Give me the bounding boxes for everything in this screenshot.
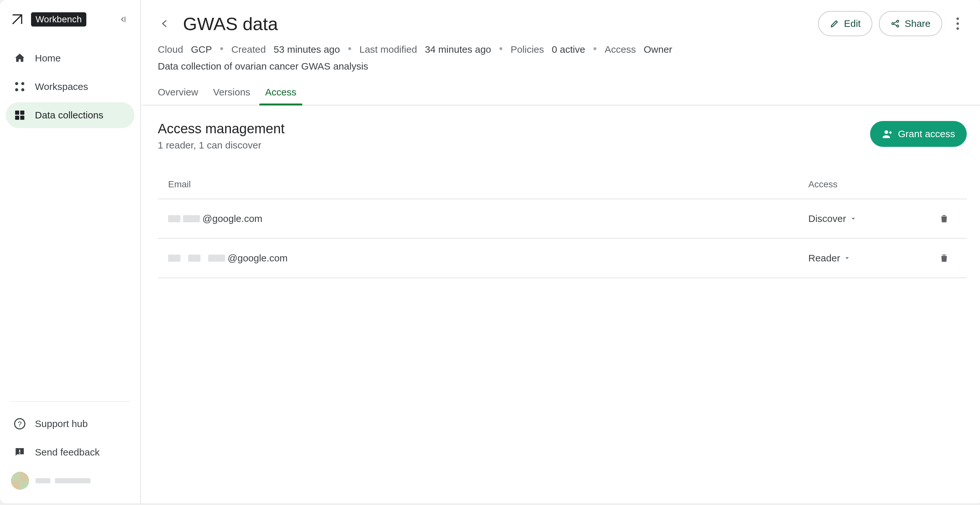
user-name-redacted — [35, 478, 91, 483]
sidebar-header: Workbench — [0, 0, 140, 39]
meta-policies-val: 0 active — [552, 44, 585, 55]
sidebar-item-label: Workspaces — [35, 81, 88, 92]
share-label: Share — [905, 18, 931, 29]
title-actions: Edit Share — [818, 11, 967, 36]
access-select[interactable]: Reader — [808, 253, 925, 264]
chevron-down-icon — [844, 255, 850, 261]
access-value: Reader — [808, 253, 840, 264]
email-cell: @google.com — [168, 213, 808, 224]
svg-point-3 — [21, 88, 25, 92]
back-button[interactable] — [156, 14, 174, 33]
access-value: Discover — [808, 213, 846, 224]
email-cell: @google.com — [168, 253, 808, 264]
col-access: Access — [808, 179, 925, 190]
meta-access-label: Access — [605, 44, 636, 55]
collapse-sidebar-button[interactable] — [113, 10, 132, 29]
delete-row-button[interactable] — [925, 253, 964, 264]
table-row: @google.com Reader — [158, 239, 967, 278]
divider — [10, 401, 130, 402]
logo-icon — [10, 13, 24, 26]
nav-list: Home Workspaces Data collections — [0, 39, 140, 128]
meta-modified-label: Last modified — [359, 44, 417, 55]
svg-point-18 — [885, 131, 888, 134]
access-management-title: Access management — [158, 121, 285, 137]
table-row: @google.com Discover — [158, 199, 967, 239]
email-redacted — [183, 215, 200, 222]
email-redacted — [208, 255, 225, 262]
tab-access[interactable]: Access — [265, 81, 296, 105]
page-title: GWAS data — [183, 13, 278, 34]
meta-cloud-val: GCP — [191, 44, 212, 55]
svg-point-15 — [956, 18, 959, 20]
email-redacted — [168, 255, 180, 262]
svg-rect-7 — [21, 116, 25, 120]
grant-access-label: Grant access — [898, 128, 955, 139]
table-header: Email Access — [158, 170, 967, 199]
edit-button[interactable]: Edit — [818, 11, 872, 36]
access-select[interactable]: Discover — [808, 213, 925, 224]
chevron-down-icon — [850, 215, 856, 222]
trash-icon — [939, 253, 950, 264]
sidebar-item-label: Home — [35, 53, 61, 64]
access-management-header: Access management 1 reader, 1 can discov… — [158, 121, 967, 151]
svg-point-1 — [21, 82, 25, 85]
email-redacted — [168, 215, 180, 222]
svg-point-17 — [956, 27, 959, 30]
meta-modified-val: 34 minutes ago — [425, 44, 491, 55]
sidebar-item-support[interactable]: ? Support hub — [6, 411, 135, 437]
user-row[interactable] — [6, 468, 135, 494]
svg-rect-4 — [15, 111, 19, 115]
edit-label: Edit — [844, 18, 861, 29]
grant-access-button[interactable]: Grant access — [870, 121, 967, 147]
content: Access management 1 reader, 1 can discov… — [142, 105, 980, 503]
title-row: GWAS data Edit Share — [142, 0, 980, 41]
more-menu-button[interactable] — [949, 11, 967, 36]
email-suffix: @google.com — [228, 253, 288, 264]
col-email: Email — [168, 179, 808, 190]
share-button[interactable]: Share — [879, 11, 942, 36]
access-management-subtitle: 1 reader, 1 can discover — [158, 140, 285, 151]
sidebar-item-data-collections[interactable]: Data collections — [6, 102, 135, 128]
delete-row-button[interactable] — [925, 213, 964, 224]
meta-created-label: Created — [232, 44, 266, 55]
sidebar-footer: ? Support hub Send feedback — [0, 401, 140, 503]
sidebar-item-label: Send feedback — [35, 447, 100, 458]
trash-icon — [939, 213, 950, 224]
meta-policies-label: Policies — [511, 44, 544, 55]
sidebar-item-feedback[interactable]: Send feedback — [6, 439, 135, 465]
tab-versions[interactable]: Versions — [213, 81, 250, 105]
tab-overview[interactable]: Overview — [158, 81, 198, 105]
meta-access-val: Owner — [644, 44, 672, 55]
sidebar-item-label: Data collections — [35, 110, 103, 121]
app-name: Workbench — [31, 12, 86, 27]
sidebar-item-workspaces[interactable]: Workspaces — [6, 74, 135, 100]
svg-text:?: ? — [18, 420, 22, 428]
avatar — [11, 472, 29, 490]
tabs: Overview Versions Access — [142, 81, 980, 105]
main: GWAS data Edit Share Cloud GCP ● Created — [142, 0, 980, 503]
svg-rect-5 — [21, 111, 25, 115]
grant-access-icon — [882, 128, 893, 139]
svg-rect-6 — [15, 116, 19, 120]
email-suffix: @google.com — [202, 213, 262, 224]
meta-created-val: 53 minutes ago — [274, 44, 340, 55]
sidebar-item-label: Support hub — [35, 418, 88, 429]
svg-rect-10 — [19, 450, 20, 452]
svg-point-0 — [15, 82, 18, 85]
meta-row: Cloud GCP ● Created 53 minutes ago ● Las… — [142, 41, 980, 56]
email-redacted — [188, 255, 200, 262]
svg-rect-11 — [19, 453, 20, 454]
sidebar-item-home[interactable]: Home — [6, 45, 135, 71]
svg-point-2 — [15, 88, 18, 92]
meta-cloud-label: Cloud — [158, 44, 183, 55]
access-table: Email Access @google.com Discover — [158, 170, 967, 278]
sidebar: Workbench Home Workspaces Data collectio… — [0, 0, 141, 503]
svg-point-16 — [956, 22, 959, 25]
description: Data collection of ovarian cancer GWAS a… — [142, 56, 980, 81]
